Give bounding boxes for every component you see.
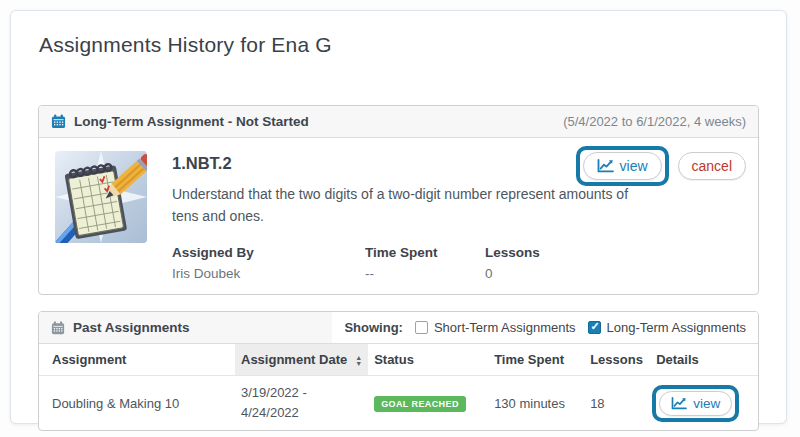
long-term-card-header: Long-Term Assignment - Not Started (5/4/… bbox=[39, 106, 758, 138]
assignment-thumbnail bbox=[55, 151, 147, 243]
column-status: Status bbox=[368, 344, 488, 376]
view-button[interactable]: view bbox=[583, 152, 662, 180]
row-view-button-label: view bbox=[693, 396, 720, 411]
lessons-value: 0 bbox=[485, 266, 540, 281]
past-card-header: Past Assignments Showing: Short-Term Ass… bbox=[39, 312, 758, 344]
calendar-icon bbox=[51, 114, 66, 129]
view-button-highlight: view bbox=[576, 146, 669, 186]
long-term-card-title: Long-Term Assignment - Not Started bbox=[74, 114, 309, 129]
showing-filters: Showing: Short-Term Assignments Long-Ter… bbox=[332, 312, 758, 343]
time-spent-value: -- bbox=[365, 266, 485, 281]
checkbox-checked-icon bbox=[588, 321, 601, 334]
filter-long-term-label: Long-Term Assignments bbox=[607, 320, 746, 335]
row-lessons: 18 bbox=[584, 376, 650, 431]
cancel-button[interactable]: cancel bbox=[678, 152, 746, 180]
assigned-by-value: Iris Doubek bbox=[172, 266, 365, 281]
long-term-assignment-card: Long-Term Assignment - Not Started (5/4/… bbox=[38, 105, 759, 295]
chart-line-icon bbox=[597, 159, 614, 173]
row-assignment-name: Doubling & Making 10 bbox=[39, 376, 235, 431]
row-status: GOAL REACHED bbox=[368, 376, 488, 431]
row-details: view bbox=[650, 376, 758, 431]
assignment-date-range: (5/4/2022 to 6/1/2022, 4 weeks) bbox=[563, 114, 746, 129]
assignment-actions: view cancel bbox=[576, 146, 746, 186]
filter-long-term-checkbox[interactable]: Long-Term Assignments bbox=[588, 320, 746, 335]
row-assignment-date: 3/19/2022 - 4/24/2022 bbox=[235, 376, 368, 431]
date-line-1: 3/19/2022 - bbox=[241, 383, 362, 403]
column-assignment-date-label: Assignment Date bbox=[241, 352, 347, 367]
assigned-by-label: Assigned By bbox=[172, 245, 365, 260]
date-line-2: 4/24/2022 bbox=[241, 403, 362, 423]
table-header-row: Assignment Assignment Date Status Time S… bbox=[39, 344, 758, 376]
assignment-description: Understand that the two digits of a two-… bbox=[172, 183, 650, 228]
row-view-button-highlight: view bbox=[652, 385, 739, 422]
calendar-history-icon bbox=[51, 321, 65, 335]
row-time-spent: 130 minutes bbox=[488, 376, 584, 431]
past-assignments-table: Assignment Assignment Date Status Time S… bbox=[39, 344, 758, 430]
time-spent-label: Time Spent bbox=[365, 245, 485, 260]
filter-short-term-label: Short-Term Assignments bbox=[434, 320, 576, 335]
past-assignments-card: Past Assignments Showing: Short-Term Ass… bbox=[38, 311, 759, 431]
goal-reached-badge: GOAL REACHED bbox=[374, 396, 466, 412]
table-row: Doubling & Making 10 3/19/2022 - 4/24/20… bbox=[39, 376, 758, 431]
past-card-title: Past Assignments bbox=[73, 320, 190, 335]
view-button-label: view bbox=[620, 158, 648, 174]
checkbox-unchecked-icon bbox=[415, 321, 428, 334]
sort-icon bbox=[355, 355, 362, 366]
column-lessons: Lessons bbox=[584, 344, 650, 376]
column-assignment-date-sortable[interactable]: Assignment Date bbox=[235, 344, 368, 376]
assignments-history-panel: Assignments History for Ena G bbox=[10, 10, 787, 424]
column-assignment: Assignment bbox=[39, 344, 235, 376]
column-time-spent: Time Spent bbox=[488, 344, 584, 376]
showing-label: Showing: bbox=[344, 320, 403, 335]
page-title: Assignments History for Ena G bbox=[39, 33, 332, 57]
lessons-label: Lessons bbox=[485, 245, 540, 260]
chart-line-icon bbox=[671, 397, 687, 410]
filter-short-term-checkbox[interactable]: Short-Term Assignments bbox=[415, 320, 576, 335]
long-term-card-body: 1.NBT.2 Understand that the two digits o… bbox=[39, 138, 758, 293]
assignment-meta: Assigned By Iris Doubek Time Spent -- Le… bbox=[172, 245, 650, 281]
column-details: Details bbox=[650, 344, 758, 376]
row-view-button[interactable]: view bbox=[659, 391, 732, 416]
